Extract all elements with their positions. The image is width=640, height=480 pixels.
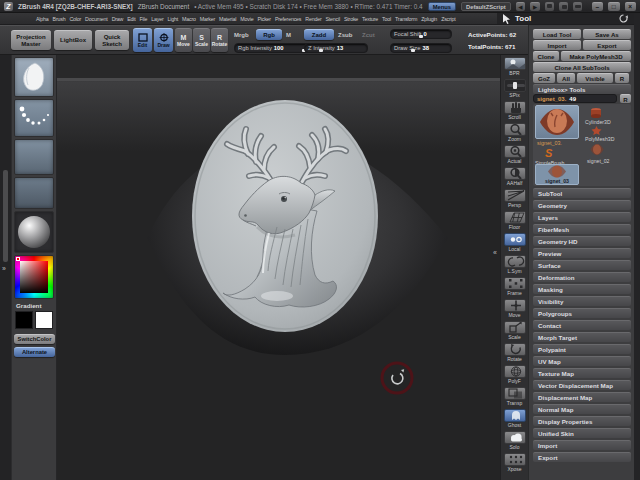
aahalf-button[interactable]: AAHalf bbox=[502, 167, 528, 189]
menu-layer[interactable]: Layer bbox=[151, 16, 163, 22]
quick-sketch-button[interactable]: Quick Sketch bbox=[95, 30, 129, 50]
bpr-button[interactable]: BPR bbox=[502, 57, 528, 79]
floor-button[interactable]: Floor bbox=[502, 211, 528, 233]
section-contact[interactable]: Contact bbox=[533, 320, 631, 330]
texture-slot[interactable] bbox=[14, 177, 54, 209]
menu-alpha[interactable]: Alpha bbox=[36, 16, 49, 22]
scale-button[interactable]: Scale bbox=[502, 321, 528, 343]
mrgb-toggle[interactable]: Mrgb bbox=[234, 32, 249, 38]
section-deformation[interactable]: Deformation bbox=[533, 272, 631, 282]
section-polygroups[interactable]: Polygroups bbox=[533, 308, 631, 318]
section-uv-map[interactable]: UV Map bbox=[533, 356, 631, 366]
clone-button[interactable]: Clone bbox=[533, 51, 559, 61]
section-preview[interactable]: Preview bbox=[533, 248, 631, 258]
minimize-button[interactable]: – bbox=[592, 2, 603, 11]
section-geometry[interactable]: Geometry bbox=[533, 200, 631, 210]
draw-size-slider[interactable]: Draw Size38 bbox=[390, 43, 452, 53]
section-vector-displacement-map[interactable]: Vector Displacement Map bbox=[533, 380, 631, 390]
visible-button[interactable]: Visible bbox=[577, 73, 613, 83]
close-button[interactable]: × bbox=[625, 2, 636, 11]
section-visibility[interactable]: Visibility bbox=[533, 296, 631, 306]
goz-button[interactable]: GoZ bbox=[533, 73, 555, 83]
nav-forward-button[interactable]: ▶ bbox=[530, 2, 540, 11]
signet-ring-thumb[interactable] bbox=[590, 143, 604, 156]
projection-master-button[interactable]: Projection Master bbox=[11, 30, 51, 50]
nav-back-button[interactable]: ◀ bbox=[516, 2, 526, 11]
rotate-button[interactable]: Rotate bbox=[502, 343, 528, 365]
right-scroll-gutter[interactable] bbox=[634, 13, 640, 480]
menu-zscript[interactable]: Zscript bbox=[441, 16, 456, 22]
all-button[interactable]: All bbox=[557, 73, 575, 83]
section-texture-map[interactable]: Texture Map bbox=[533, 368, 631, 378]
menu-texture[interactable]: Texture bbox=[362, 16, 378, 22]
section-polypaint[interactable]: Polypaint bbox=[533, 344, 631, 354]
zsub-toggle[interactable]: Zsub bbox=[338, 32, 352, 38]
section-geometry-hd[interactable]: Geometry HD bbox=[533, 236, 631, 246]
menu-stencil[interactable]: Stencil bbox=[325, 16, 340, 22]
ghost-button[interactable]: Ghost bbox=[502, 409, 528, 431]
menu-transform[interactable]: Transform bbox=[395, 16, 417, 22]
section-subtool[interactable]: SubTool bbox=[533, 188, 631, 198]
alternate-button[interactable]: Alternate bbox=[14, 347, 55, 357]
focal-shift-slider[interactable]: Focal Shift0 bbox=[390, 29, 452, 39]
rgb-intensity-slider[interactable]: Rgb Intensity100 bbox=[234, 43, 312, 53]
move-mode-button[interactable]: M Move bbox=[175, 28, 192, 52]
section-morph-target[interactable]: Morph Target bbox=[533, 332, 631, 342]
palette-icon[interactable] bbox=[545, 2, 554, 11]
edit-mode-button[interactable]: Edit bbox=[133, 28, 152, 52]
lightbox-tools-bar[interactable]: Lightbox> Tools bbox=[533, 84, 631, 94]
color-picker[interactable] bbox=[14, 255, 54, 299]
menu-edit[interactable]: Edit bbox=[127, 16, 135, 22]
section-unified-skin[interactable]: Unified Skin bbox=[533, 428, 631, 438]
export-button[interactable]: Export bbox=[583, 40, 631, 50]
menu-picker[interactable]: Picker bbox=[257, 16, 271, 22]
import-button[interactable]: Import bbox=[533, 40, 581, 50]
section-layers[interactable]: Layers bbox=[533, 212, 631, 222]
section-import[interactable]: Import bbox=[533, 440, 631, 450]
document-label[interactable]: ZBrush Document bbox=[138, 3, 190, 10]
rgb-toggle[interactable]: Rgb bbox=[256, 29, 282, 40]
primary-color-swatch[interactable] bbox=[15, 311, 33, 329]
menu-stroke[interactable]: Stroke bbox=[344, 16, 358, 22]
menu-file[interactable]: File bbox=[140, 16, 148, 22]
menu-brush[interactable]: Brush bbox=[53, 16, 66, 22]
menu-document[interactable]: Document bbox=[85, 16, 108, 22]
menu-light[interactable]: Light bbox=[168, 16, 179, 22]
menu-preferences[interactable]: Preferences bbox=[275, 16, 301, 22]
alpha-slot[interactable] bbox=[14, 139, 54, 175]
section-export[interactable]: Export bbox=[533, 452, 631, 462]
menu-zplugin[interactable]: Zplugin bbox=[421, 16, 437, 22]
tool-slider-r-button[interactable]: R bbox=[620, 94, 631, 103]
menu-color[interactable]: Color bbox=[69, 16, 81, 22]
draw-mode-button[interactable]: Draw bbox=[154, 28, 173, 52]
restore-button[interactable]: □ bbox=[608, 2, 619, 11]
lsym-button[interactable]: L.Sym bbox=[502, 255, 528, 277]
secondary-color-swatch[interactable] bbox=[35, 311, 53, 329]
rotate-mode-button[interactable]: R Rotate bbox=[211, 28, 228, 52]
menu-macro[interactable]: Macro bbox=[182, 16, 196, 22]
scale-mode-button[interactable]: S Scale bbox=[193, 28, 210, 52]
material-sphere[interactable] bbox=[14, 211, 54, 253]
load-tool-button[interactable]: Load Tool bbox=[533, 29, 581, 39]
make-polymesh3d-button[interactable]: Make PolyMesh3D bbox=[561, 51, 631, 61]
simplebrush-thumb[interactable]: S bbox=[545, 147, 552, 159]
switch-color-button[interactable]: SwitchColor bbox=[14, 334, 55, 344]
m-toggle[interactable]: M bbox=[286, 32, 291, 38]
document-canvas[interactable] bbox=[57, 55, 500, 480]
save-as-button[interactable]: Save As bbox=[583, 29, 631, 39]
right-divider-handle[interactable]: « bbox=[493, 249, 497, 256]
quick-item-signet03[interactable]: signet_03 bbox=[535, 164, 579, 185]
gradient-label[interactable]: Gradient bbox=[16, 302, 41, 309]
left-scrollbar-thumb[interactable] bbox=[3, 170, 8, 262]
section-masking[interactable]: Masking bbox=[533, 284, 631, 294]
section-normal-map[interactable]: Normal Map bbox=[533, 404, 631, 414]
cylinder3d-thumb[interactable] bbox=[589, 107, 603, 118]
xpose-button[interactable]: Xpose bbox=[502, 453, 528, 475]
brush-preview[interactable] bbox=[14, 57, 54, 97]
menu-movie[interactable]: Movie bbox=[240, 16, 253, 22]
actual-button[interactable]: Actual bbox=[502, 145, 528, 167]
lightbox-button[interactable]: LightBox bbox=[54, 30, 92, 50]
persp-button[interactable]: Persp bbox=[502, 189, 528, 211]
scroll-button[interactable]: Scroll bbox=[502, 101, 528, 123]
section-fibermesh[interactable]: FiberMesh bbox=[533, 224, 631, 234]
